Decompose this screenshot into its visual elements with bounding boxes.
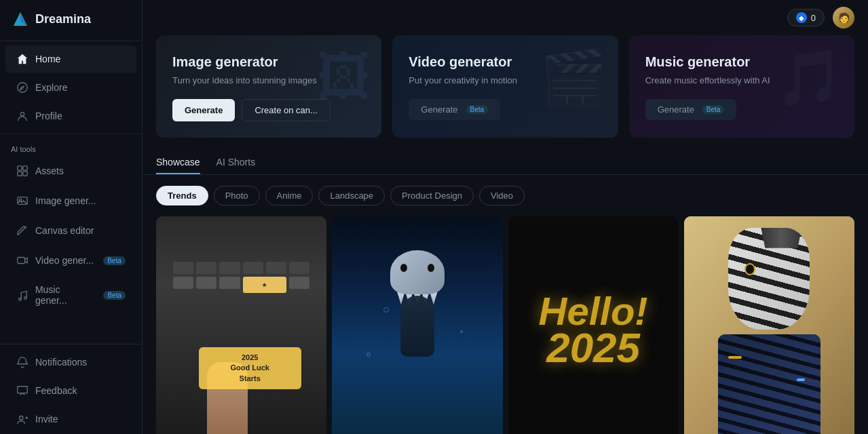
sidebar-item-home[interactable]: Home — [5, 45, 136, 73]
chip-landscape[interactable]: Landscape — [318, 186, 385, 205]
sidebar-item-invite[interactable]: Invite — [5, 406, 136, 433]
image-gen-icon — [16, 195, 29, 207]
image-gen-subtitle: Turn your ideas into stunning images — [172, 75, 365, 85]
music-generator-card: 🎵 Music generator Create music effortles… — [629, 35, 854, 138]
canvas-icon — [16, 224, 29, 237]
notifications-icon — [16, 356, 29, 368]
gallery-overlay-keyboard — [156, 216, 326, 434]
image-generator-card: 🖼 Image generator Turn your ideas into s… — [156, 35, 381, 138]
video-gen-buttons: Generate Beta — [409, 99, 601, 120]
sidebar-item-music-generator[interactable]: Music gener... Beta — [5, 277, 136, 313]
image-gen-label: Image gener... — [35, 195, 96, 206]
credits-icon: ◆ — [796, 12, 807, 23]
gallery-item-zebra[interactable] — [684, 216, 854, 434]
showcase-tabs: Showcase AI Shorts — [143, 151, 868, 175]
music-btn-beta: Beta — [702, 105, 725, 114]
generators-row: 🖼 Image generator Turn your ideas into s… — [143, 35, 868, 151]
video-generator-card: 🎬 Video generator Put your creativity in… — [392, 35, 618, 138]
svg-rect-10 — [18, 258, 25, 264]
sidebar-divider-tools — [0, 134, 142, 134]
credits-count: 0 — [811, 13, 816, 23]
app-name: Dreamina — [35, 12, 91, 26]
svg-point-11 — [19, 298, 22, 300]
image-gen-title: Image generator — [172, 54, 365, 70]
svg-rect-5 — [23, 166, 27, 170]
profile-icon — [16, 110, 29, 122]
feedback-icon — [16, 384, 29, 397]
main-content: ◆ 0 🧑 🖼 Image generator Turn your ideas … — [143, 0, 868, 434]
tab-showcase[interactable]: Showcase — [156, 151, 200, 174]
gallery-item-shark[interactable] — [332, 216, 502, 434]
music-gen-beta: Beta — [103, 291, 126, 300]
image-canvas-button[interactable]: Create on can... — [242, 99, 331, 121]
video-gen-title: Video generator — [409, 54, 601, 70]
music-gen-buttons: Generate Beta — [645, 99, 838, 120]
sidebar: Dreamina Home Explore Profile AI tools — [0, 0, 143, 434]
video-gen-subtitle: Put your creativity in motion — [409, 75, 601, 85]
sidebar-bottom: Notifications Feedback Invite — [0, 344, 142, 434]
sidebar-item-profile[interactable]: Profile — [5, 102, 136, 130]
svg-point-13 — [20, 416, 23, 420]
image-gallery: ★ 2025Good LuckStarts — [143, 216, 868, 434]
tab-ai-shorts[interactable]: AI Shorts — [216, 151, 256, 174]
topbar: ◆ 0 🧑 — [143, 0, 868, 35]
credits-button[interactable]: ◆ 0 — [787, 9, 825, 26]
gallery-item-hello[interactable]: Hello!2025 — [508, 216, 679, 434]
video-gen-beta: Beta — [103, 256, 126, 265]
assets-label: Assets — [35, 165, 64, 176]
gallery-overlay-hello — [508, 216, 679, 434]
image-gen-buttons: Generate Create on can... — [172, 99, 365, 121]
filter-chips: Trends Photo Anime Landscape Product Des… — [143, 186, 868, 216]
svg-rect-4 — [18, 166, 22, 170]
home-label: Home — [35, 54, 60, 64]
sidebar-item-canvas-editor[interactable]: Canvas editor — [5, 217, 136, 244]
video-generate-button[interactable]: Generate Beta — [409, 99, 500, 120]
chip-anime[interactable]: Anime — [265, 186, 314, 205]
music-gen-title: Music generator — [645, 54, 838, 70]
gallery-overlay-shark — [332, 216, 502, 434]
explore-label: Explore — [35, 82, 67, 93]
sidebar-item-assets[interactable]: Assets — [5, 157, 136, 184]
image-generate-button[interactable]: Generate — [172, 99, 235, 121]
invite-label: Invite — [35, 414, 58, 425]
logo[interactable]: Dreamina — [0, 0, 142, 38]
notifications-label: Notifications — [35, 357, 87, 368]
svg-point-12 — [24, 297, 27, 300]
music-generate-button[interactable]: Generate Beta — [645, 99, 737, 120]
canvas-label: Canvas editor — [35, 225, 94, 236]
sidebar-item-feedback[interactable]: Feedback — [5, 377, 136, 404]
music-gen-icon — [16, 289, 29, 301]
feedback-label: Feedback — [35, 385, 77, 396]
main-nav: Home Explore Profile — [0, 44, 142, 131]
ai-tools-label: AI tools — [0, 137, 142, 156]
svg-point-3 — [20, 113, 24, 116]
music-gen-subtitle: Create music effortlessly with AI — [645, 75, 838, 85]
sidebar-item-explore[interactable]: Explore — [5, 74, 136, 101]
chip-trends[interactable]: Trends — [156, 186, 208, 205]
video-gen-btn-label: Generate — [421, 104, 457, 115]
home-icon — [16, 53, 29, 65]
svg-rect-6 — [18, 172, 22, 176]
video-gen-icon — [16, 254, 29, 267]
video-btn-beta: Beta — [466, 105, 489, 114]
profile-label: Profile — [35, 111, 62, 121]
user-avatar[interactable]: 🧑 — [833, 7, 854, 28]
explore-icon — [16, 81, 29, 94]
sidebar-divider-top — [0, 41, 142, 41]
svg-rect-7 — [23, 172, 27, 176]
sidebar-item-video-generator[interactable]: Video gener... Beta — [5, 247, 136, 274]
sidebar-item-image-generator[interactable]: Image gener... — [5, 187, 136, 214]
chip-video[interactable]: Video — [479, 186, 525, 205]
chip-photo[interactable]: Photo — [214, 186, 260, 205]
gallery-overlay-zebra — [684, 216, 854, 434]
logo-icon — [11, 9, 30, 28]
sidebar-item-notifications[interactable]: Notifications — [5, 349, 136, 376]
music-gen-btn-label: Generate — [658, 104, 694, 115]
assets-icon — [16, 165, 29, 177]
invite-icon — [16, 413, 29, 425]
music-gen-label: Music gener... — [35, 284, 94, 306]
chip-product-design[interactable]: Product Design — [390, 186, 474, 205]
video-gen-label: Video gener... — [35, 255, 94, 266]
gallery-item-keyboard[interactable]: ★ 2025Good LuckStarts — [156, 216, 326, 434]
